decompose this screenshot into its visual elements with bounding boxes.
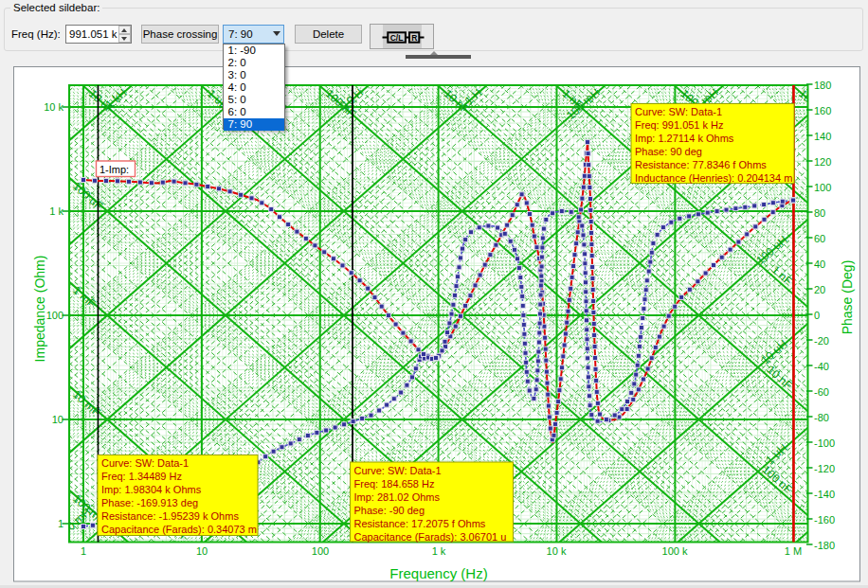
svg-text:-20: -20 xyxy=(814,335,829,347)
svg-text:Phase: -169.913 deg: Phase: -169.913 deg xyxy=(101,497,198,508)
svg-text:100: 100 xyxy=(46,310,63,321)
svg-text:1 M: 1 M xyxy=(785,545,802,557)
svg-text:140: 140 xyxy=(814,131,831,142)
svg-text:160: 160 xyxy=(814,105,831,116)
svg-text:Freq: 1.34489 Hz: Freq: 1.34489 Hz xyxy=(101,471,182,482)
svg-text:Frequency (Hz): Frequency (Hz) xyxy=(389,565,487,581)
svg-text:Phase: -90 deg: Phase: -90 deg xyxy=(354,505,425,516)
svg-text:40: 40 xyxy=(814,258,825,270)
svg-text:Freq: 184.658 Hz: Freq: 184.658 Hz xyxy=(354,478,435,490)
svg-text:-120: -120 xyxy=(814,463,835,474)
svg-text:R: R xyxy=(411,33,417,43)
svg-text:10: 10 xyxy=(196,545,208,557)
svg-text:1 k: 1 k xyxy=(432,545,446,557)
svg-text:10: 10 xyxy=(52,414,63,425)
svg-text:Capacitance (Farads): 3.06701: Capacitance (Farads): 3.06701 u xyxy=(354,531,507,543)
svg-text:Curve: SW: Data-1: Curve: SW: Data-1 xyxy=(101,457,189,469)
svg-text:-160: -160 xyxy=(814,514,835,526)
svg-text:60: 60 xyxy=(814,233,825,244)
svg-text:Curve: SW: Data-1: Curve: SW: Data-1 xyxy=(635,106,722,117)
svg-text:180: 180 xyxy=(814,80,831,91)
svg-text:1 k: 1 k xyxy=(49,205,63,217)
svg-text:10 k: 10 k xyxy=(547,545,567,557)
svg-text:0: 0 xyxy=(814,310,820,321)
svg-text:Inductance (Henries): 0.204134: Inductance (Henries): 0.204134 m xyxy=(635,172,792,184)
svg-text:Imp: 281.02 Ohms: Imp: 281.02 Ohms xyxy=(354,491,441,503)
svg-text:10 k: 10 k xyxy=(44,101,63,113)
svg-text:-100: -100 xyxy=(814,437,835,449)
svg-text:Capacitance (Farads): 0.34073: Capacitance (Farads): 0.34073 m xyxy=(101,524,257,535)
svg-text:-80: -80 xyxy=(814,412,829,423)
svg-text:-60: -60 xyxy=(814,386,829,398)
svg-text:C/L: C/L xyxy=(390,33,404,43)
svg-text:Impedance (Ohm): Impedance (Ohm) xyxy=(32,256,47,363)
svg-text:Resistance: 17.2075 f Ohms: Resistance: 17.2075 f Ohms xyxy=(354,518,486,529)
svg-text:Curve: SW: Data-1: Curve: SW: Data-1 xyxy=(354,465,442,476)
svg-text:Freq: 991.051 k Hz: Freq: 991.051 k Hz xyxy=(635,119,724,131)
svg-text:1: 1 xyxy=(81,545,86,557)
svg-text:80: 80 xyxy=(814,207,825,219)
svg-text:100: 100 xyxy=(312,545,329,557)
svg-text:-40: -40 xyxy=(814,361,829,372)
svg-text:120: 120 xyxy=(814,156,831,168)
svg-text:-180: -180 xyxy=(814,540,835,551)
svg-text:1-Imp:: 1-Imp: xyxy=(99,164,129,175)
svg-text:100 k: 100 k xyxy=(662,545,688,557)
svg-text:Imp: 1.98304 k Ohms: Imp: 1.98304 k Ohms xyxy=(101,484,202,495)
svg-text:20: 20 xyxy=(814,284,825,295)
svg-text:Phase (Deg): Phase (Deg) xyxy=(840,260,855,335)
svg-text:Resistance: -1.95239 k Ohms: Resistance: -1.95239 k Ohms xyxy=(101,510,239,522)
svg-text:Imp: 1.27114 k Ohms: Imp: 1.27114 k Ohms xyxy=(635,133,734,144)
svg-text:-140: -140 xyxy=(814,489,835,500)
svg-text:Resistance: 77.8346 f Ohms: Resistance: 77.8346 f Ohms xyxy=(635,159,767,170)
svg-text:100: 100 xyxy=(814,182,831,193)
svg-text:Phase: 90 deg: Phase: 90 deg xyxy=(635,146,702,157)
